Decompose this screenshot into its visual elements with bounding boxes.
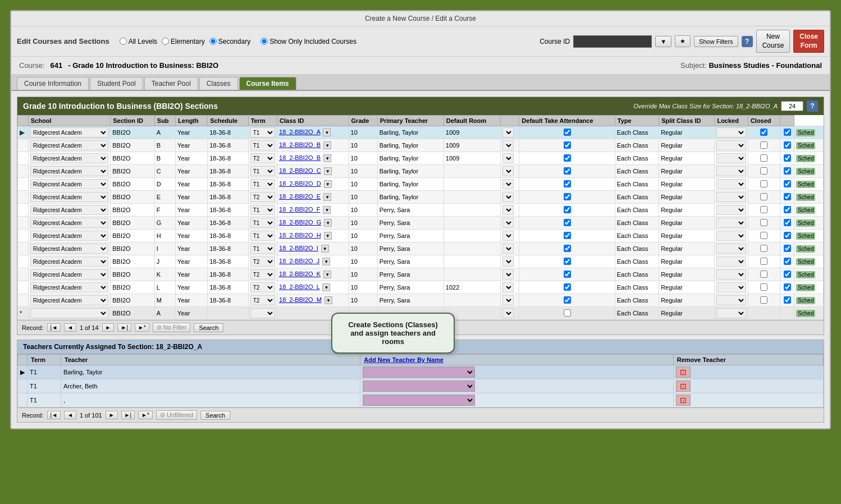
school-select[interactable]: Ridgecrest Academ	[30, 153, 108, 163]
class-id-dropdown[interactable]: ▼	[323, 206, 331, 214]
toolbar-help-btn[interactable]: ?	[742, 36, 753, 47]
term-select[interactable]: T1	[250, 140, 275, 150]
school-select[interactable]: Ridgecrest Academ	[30, 205, 108, 215]
room-select[interactable]: ▼	[502, 127, 514, 138]
class-id-link[interactable]: 18_2-BBI2O_G	[279, 219, 321, 226]
locked-checkbox[interactable]	[760, 129, 767, 136]
sections-last-btn[interactable]: ►|	[117, 323, 131, 332]
teachers-new-btn[interactable]: ►*	[138, 411, 153, 419]
locked-checkbox[interactable]	[760, 154, 767, 162]
class-id-link[interactable]: 18_2-BBI2O_A	[279, 129, 320, 135]
locked-checkbox[interactable]	[760, 206, 767, 213]
term-select[interactable]: T2	[250, 282, 275, 292]
school-select[interactable]: Ridgecrest Academ	[30, 166, 108, 176]
sections-next-btn[interactable]: ►	[102, 323, 115, 332]
new-term-select[interactable]	[250, 308, 275, 318]
room-select[interactable]: ▼	[502, 140, 514, 150]
room-select[interactable]: ▼	[502, 153, 514, 163]
class-id-link[interactable]: 18_2-BBI2O_J	[279, 258, 319, 264]
teacher-add-select[interactable]	[363, 366, 475, 378]
class-id-link[interactable]: 18_2-BBI2O_F	[279, 206, 320, 213]
class-id-dropdown[interactable]: ▼	[323, 129, 331, 136]
class-id-dropdown[interactable]: ▼	[324, 167, 332, 175]
class-id-link[interactable]: 18_2-BBI2O_C	[279, 167, 321, 174]
term-select[interactable]: T1	[250, 205, 275, 215]
attendance-checkbox[interactable]	[564, 129, 571, 136]
split-id-select[interactable]	[716, 218, 746, 228]
closed-checkbox[interactable]	[784, 129, 791, 136]
sections-no-filter-btn[interactable]: ⊘ No Filter	[153, 323, 191, 332]
attendance-checkbox[interactable]	[564, 167, 571, 175]
school-select[interactable]: Ridgecrest Academ	[30, 127, 108, 138]
closed-checkbox[interactable]	[784, 167, 791, 175]
class-id-link[interactable]: 18_2-BBI2O_H	[279, 232, 321, 239]
new-room-select[interactable]	[502, 308, 514, 318]
school-select[interactable]: Ridgecrest Academ	[30, 218, 108, 228]
school-select[interactable]: Ridgecrest Academ	[30, 282, 108, 292]
closed-checkbox[interactable]	[784, 271, 791, 278]
room-select[interactable]: ▼	[502, 244, 514, 254]
class-id-link[interactable]: 18_2-BBI2O_E	[279, 193, 321, 200]
school-select[interactable]: Ridgecrest Academ	[30, 256, 108, 267]
split-id-select[interactable]	[716, 256, 746, 267]
class-id-dropdown[interactable]: ▼	[324, 232, 332, 240]
room-select[interactable]: ▼	[502, 269, 514, 280]
teachers-last-btn[interactable]: ►|	[121, 411, 135, 419]
show-filters-btn[interactable]: Show Filters	[694, 36, 738, 47]
teacher-add-select[interactable]	[363, 395, 475, 406]
locked-checkbox[interactable]	[760, 245, 767, 252]
term-select[interactable]: T2	[250, 295, 275, 305]
school-select[interactable]: Ridgecrest Academ	[30, 269, 108, 280]
class-id-dropdown[interactable]: ▼	[323, 193, 331, 201]
room-select[interactable]: ▼	[502, 218, 514, 228]
sections-prev-btn[interactable]: ◄	[64, 323, 76, 332]
class-id-dropdown[interactable]: ▼	[322, 258, 330, 265]
class-id-link[interactable]: 18_2-BBI2O_D	[279, 180, 321, 187]
course-id-dropdown-btn[interactable]: ▼	[655, 36, 671, 47]
new-school-select[interactable]	[30, 308, 108, 318]
attendance-checkbox[interactable]	[564, 206, 571, 213]
class-id-dropdown[interactable]: ▼	[323, 154, 331, 162]
room-select[interactable]: ▼	[502, 166, 514, 176]
term-select[interactable]: T1	[250, 179, 275, 189]
radio-secondary[interactable]: Secondary	[209, 38, 250, 45]
locked-checkbox[interactable]	[760, 219, 767, 226]
teacher-remove-btn[interactable]: ⊡	[676, 395, 691, 406]
course-id-input[interactable]	[573, 35, 652, 48]
term-select[interactable]: T1	[250, 231, 275, 241]
sections-help-btn[interactable]: ?	[807, 100, 818, 112]
class-id-link[interactable]: 18_2-BBI2O_M	[279, 296, 322, 303]
term-select[interactable]: T1	[250, 244, 275, 254]
school-select[interactable]: Ridgecrest Academ	[30, 231, 108, 241]
room-select[interactable]: ▼	[502, 231, 514, 241]
class-id-dropdown[interactable]: ▼	[321, 245, 329, 253]
attendance-checkbox[interactable]	[564, 141, 571, 149]
radio-elementary-input[interactable]	[162, 38, 169, 45]
class-id-dropdown[interactable]: ▼	[323, 271, 331, 278]
attendance-checkbox[interactable]	[564, 180, 571, 187]
attendance-checkbox[interactable]	[564, 271, 571, 278]
class-id-dropdown[interactable]: ▼	[323, 141, 331, 149]
closed-checkbox[interactable]	[784, 141, 791, 149]
split-id-select[interactable]	[716, 295, 746, 305]
teacher-remove-btn[interactable]: ⊡	[676, 381, 691, 392]
teachers-prev-btn[interactable]: ◄	[64, 411, 76, 419]
class-id-dropdown[interactable]: ▼	[324, 219, 332, 227]
split-id-select[interactable]	[716, 205, 746, 215]
locked-checkbox[interactable]	[760, 141, 767, 149]
locked-checkbox[interactable]	[760, 193, 767, 200]
attendance-checkbox[interactable]	[564, 232, 571, 239]
room-select[interactable]: ▼	[502, 295, 514, 305]
split-id-select[interactable]	[716, 140, 746, 150]
attendance-checkbox[interactable]	[564, 296, 571, 304]
split-id-select[interactable]	[716, 153, 746, 163]
split-id-select[interactable]	[716, 127, 746, 138]
locked-checkbox[interactable]	[760, 296, 767, 304]
term-select[interactable]: T2	[250, 153, 275, 163]
new-attendance-cb[interactable]	[564, 309, 571, 317]
closed-checkbox[interactable]	[784, 180, 791, 187]
class-id-dropdown[interactable]: ▼	[324, 296, 332, 304]
sections-new-btn[interactable]: ►*	[135, 323, 149, 332]
class-id-link[interactable]: 18_2-BBI2O_I	[279, 245, 318, 251]
school-select[interactable]: Ridgecrest Academ	[30, 192, 108, 202]
